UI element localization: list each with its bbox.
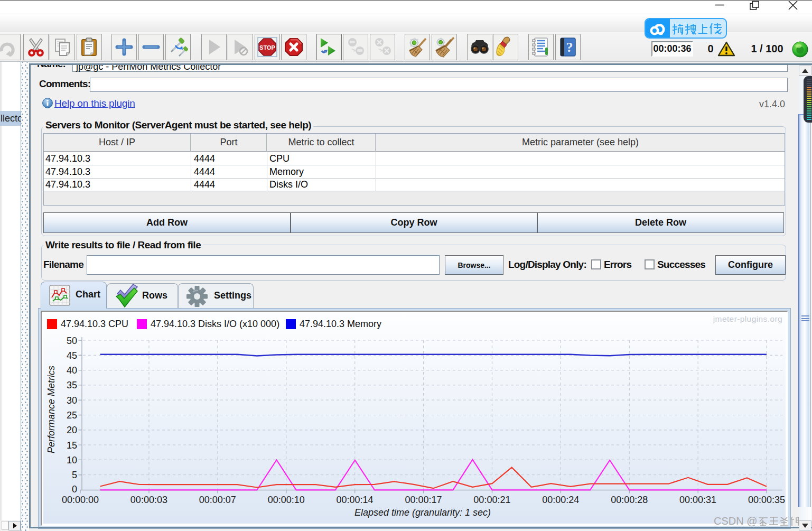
svg-text:?: ?	[566, 40, 573, 55]
svg-text:STOP: STOP	[259, 44, 275, 51]
